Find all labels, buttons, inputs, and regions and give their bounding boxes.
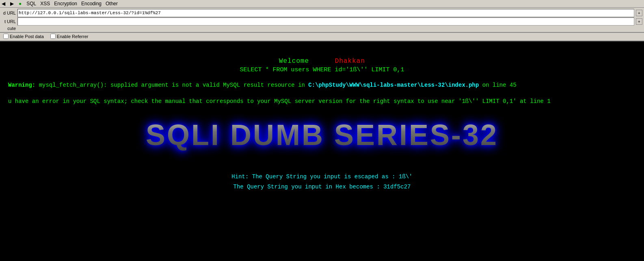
t-url-label: t URL <box>2 19 16 24</box>
hint-line2: The Query String you input in Hex become… <box>8 182 636 192</box>
cute-label: cute <box>2 26 16 31</box>
enable-post-label: Enable Post data <box>10 34 44 39</box>
d-url-row: d URL + <box>2 9 642 17</box>
arrow-right-icon[interactable]: ▶ <box>10 1 14 6</box>
enable-post-item: Enable Post data <box>3 34 44 39</box>
t-url-row: t URL + <box>2 17 642 26</box>
warning-label: Warning: <box>8 82 35 88</box>
welcome-name: Dhakkan <box>335 58 365 65</box>
toolbar-menu: SQL XSS Encryption Encoding Other <box>26 1 118 6</box>
dot-icon: ● <box>19 1 22 6</box>
d-url-btn[interactable]: + <box>636 10 642 16</box>
main-content: Welcome Dhakkan SELECT * FROM users WHER… <box>0 41 644 244</box>
checkbox-row: Enable Post data Enable Referrer <box>0 33 644 41</box>
warning-message: mysql_fetch_array(): supplied argument i… <box>39 82 305 88</box>
warning-block: Warning: mysql_fetch_array(): supplied a… <box>8 81 636 90</box>
warning-line: on line 45 <box>482 82 516 88</box>
error-block: u have an error in your SQL syntax; chec… <box>8 97 636 106</box>
cute-row: cute <box>2 26 642 31</box>
warning-path: C:\phpStudy\WWW\sqli-labs-master\Less-32… <box>308 82 479 88</box>
d-url-label: d URL <box>2 11 16 15</box>
d-url-input[interactable] <box>17 9 634 17</box>
menu-xss[interactable]: XSS <box>40 1 50 6</box>
t-url-input[interactable] <box>17 17 634 26</box>
url-area: d URL + t URL + cute <box>0 8 644 33</box>
series-title-container: SQLI DUMB SERIES-32 <box>8 106 636 160</box>
arrow-left-icon[interactable]: ◀ <box>2 1 5 6</box>
t-url-btn[interactable]: + <box>636 18 642 25</box>
menu-sql[interactable]: SQL <box>26 1 36 6</box>
welcome-line: Welcome Dhakkan <box>8 58 636 65</box>
enable-post-checkbox[interactable] <box>3 34 9 39</box>
sql-query: SELECT * FROM users WHERE id='1ß\'' LIMI… <box>8 66 636 73</box>
welcome-text: Welcome <box>279 58 309 65</box>
hint-block: Hint: The Query String you input is esca… <box>8 172 636 192</box>
menu-encoding[interactable]: Encoding <box>81 1 102 6</box>
hint-line1: Hint: The Query String you input is esca… <box>8 172 636 182</box>
enable-referrer-item: Enable Referrer <box>50 34 89 39</box>
enable-referrer-label: Enable Referrer <box>57 34 89 39</box>
toolbar: ◀ ▶ ● SQL XSS Encryption Encoding Other <box>0 0 644 8</box>
enable-referrer-checkbox[interactable] <box>50 34 56 39</box>
series-title: SQLI DUMB SERIES-32 <box>146 118 498 152</box>
menu-encryption[interactable]: Encryption <box>54 1 77 6</box>
menu-other[interactable]: Other <box>106 1 118 6</box>
